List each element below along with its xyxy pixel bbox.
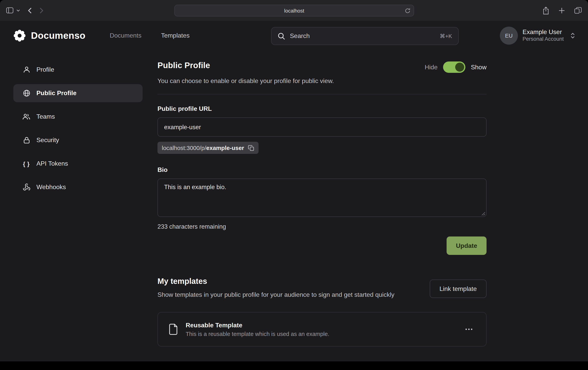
share-icon[interactable] xyxy=(543,6,549,14)
characters-remaining: 233 characters remaining xyxy=(158,223,486,230)
settings-sidebar: Profile Public Profile Teams xyxy=(12,50,158,361)
main-nav: Documents Templates xyxy=(110,32,189,39)
sidebar-item-security[interactable]: Security xyxy=(13,131,143,149)
browser-toolbar: localhost xyxy=(0,0,588,21)
documenso-logo-icon xyxy=(12,28,27,42)
sidebar-item-teams[interactable]: Teams xyxy=(13,108,143,126)
toggle-knob xyxy=(455,63,464,72)
update-button[interactable]: Update xyxy=(447,236,486,255)
sidebar-item-api-tokens[interactable]: { } API Tokens xyxy=(13,155,143,173)
address-bar[interactable]: localhost xyxy=(174,5,414,16)
forward-button-icon[interactable] xyxy=(40,7,43,13)
nav-templates[interactable]: Templates xyxy=(161,32,189,39)
my-templates-description: Show templates in your public profile fo… xyxy=(158,290,394,299)
user-icon xyxy=(22,66,31,74)
page-title: Public Profile xyxy=(158,61,210,70)
app-header: Documenso Documents Templates ⌘+K EU xyxy=(0,21,588,50)
search-input[interactable] xyxy=(290,32,435,40)
account-type: Personal Account xyxy=(523,36,564,43)
url-preview-text: localhost:3000/p/example-user xyxy=(162,144,244,151)
window-bottom-strip xyxy=(0,361,588,366)
divider xyxy=(158,94,486,94)
brand-name: Documenso xyxy=(31,30,85,41)
url-field-label: Public profile URL xyxy=(158,105,486,112)
sidebar-item-label: Webhooks xyxy=(36,184,66,191)
link-template-button[interactable]: Link template xyxy=(430,279,486,298)
lock-icon xyxy=(22,136,31,144)
search-bar[interactable]: ⌘+K xyxy=(271,27,459,45)
bio-field-label: Bio xyxy=(158,166,486,174)
account-name: Example User xyxy=(523,28,564,36)
visibility-toggle[interactable] xyxy=(443,62,465,73)
webhook-icon xyxy=(22,183,31,191)
sidebar-item-label: Security xyxy=(36,137,59,144)
template-name: Reusable Template xyxy=(186,322,329,329)
new-tab-icon[interactable] xyxy=(559,7,565,13)
template-card[interactable]: Reusable Template This is a reusable tem… xyxy=(158,312,486,347)
braces-icon: { } xyxy=(22,160,31,168)
sidebar-item-webhooks[interactable]: Webhooks xyxy=(13,178,143,196)
sidebar-item-label: Profile xyxy=(36,66,54,73)
page-subtitle: You can choose to enable or disable your… xyxy=(158,78,486,85)
reload-icon[interactable] xyxy=(405,8,410,14)
tabs-overview-icon[interactable] xyxy=(574,7,582,14)
search-icon xyxy=(278,32,285,40)
profile-url-input[interactable] xyxy=(158,117,486,137)
file-icon xyxy=(169,324,179,335)
more-options-icon[interactable] xyxy=(463,326,475,333)
app-root: Documenso Documents Templates ⌘+K EU xyxy=(0,21,588,366)
account-menu[interactable]: EU Example User Personal Account xyxy=(500,26,576,44)
globe-icon xyxy=(22,89,31,97)
bio-textarea[interactable]: This is an example bio. xyxy=(158,179,486,217)
sidebar-item-label: API Tokens xyxy=(36,160,68,167)
brand[interactable]: Documenso xyxy=(12,28,85,42)
profile-url-preview[interactable]: localhost:3000/p/example-user xyxy=(158,142,259,154)
hide-label: Hide xyxy=(425,64,438,71)
users-icon xyxy=(22,113,31,121)
sidebar-item-profile[interactable]: Profile xyxy=(13,61,143,79)
copy-icon[interactable] xyxy=(248,145,254,151)
template-description: This is a reusable template which is use… xyxy=(186,331,329,337)
avatar: EU xyxy=(500,26,518,44)
search-shortcut: ⌘+K xyxy=(440,33,452,39)
show-label: Show xyxy=(471,64,486,71)
browser-window: localhost xyxy=(0,0,588,370)
public-profile-settings: Public Profile Hide Show You can choose … xyxy=(158,50,486,361)
my-templates-title: My templates xyxy=(158,277,394,286)
chevrons-up-down-icon xyxy=(570,32,576,39)
back-button-icon[interactable] xyxy=(28,7,32,13)
sidebar-item-public-profile[interactable]: Public Profile xyxy=(13,84,143,102)
nav-documents[interactable]: Documents xyxy=(110,32,141,39)
sidebar-item-label: Teams xyxy=(36,113,55,120)
toolbar-chevron-down-icon[interactable] xyxy=(16,9,20,11)
address-bar-url: localhost xyxy=(284,8,304,13)
sidebar-item-label: Public Profile xyxy=(36,90,77,97)
sidebar-toggle-icon[interactable] xyxy=(6,7,13,13)
